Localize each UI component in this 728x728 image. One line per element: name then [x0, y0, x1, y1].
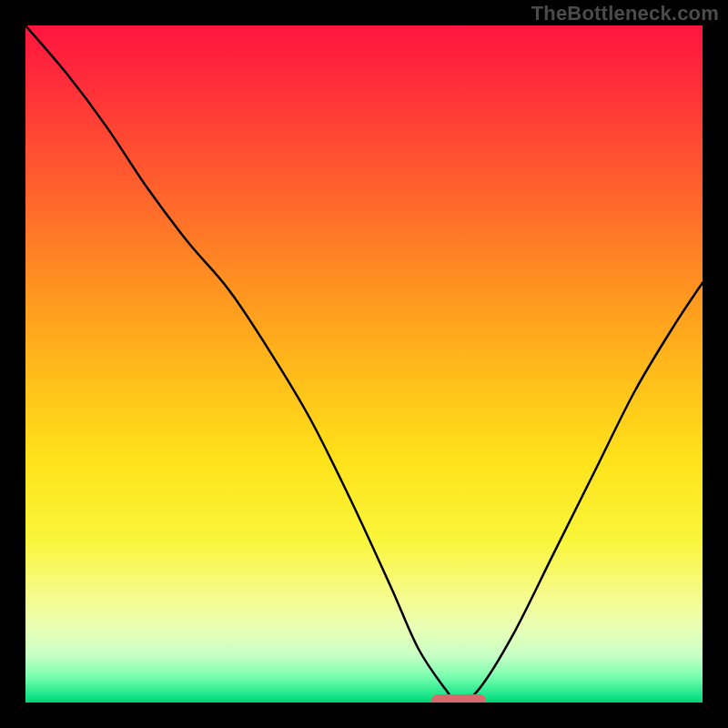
chart-frame: TheBottleneck.com [0, 0, 728, 728]
watermark-text: TheBottleneck.com [531, 2, 719, 25]
plot-area [25, 25, 703, 703]
optimal-marker [431, 694, 486, 703]
bottleneck-curve-path [25, 25, 703, 703]
curve-svg [25, 25, 703, 703]
